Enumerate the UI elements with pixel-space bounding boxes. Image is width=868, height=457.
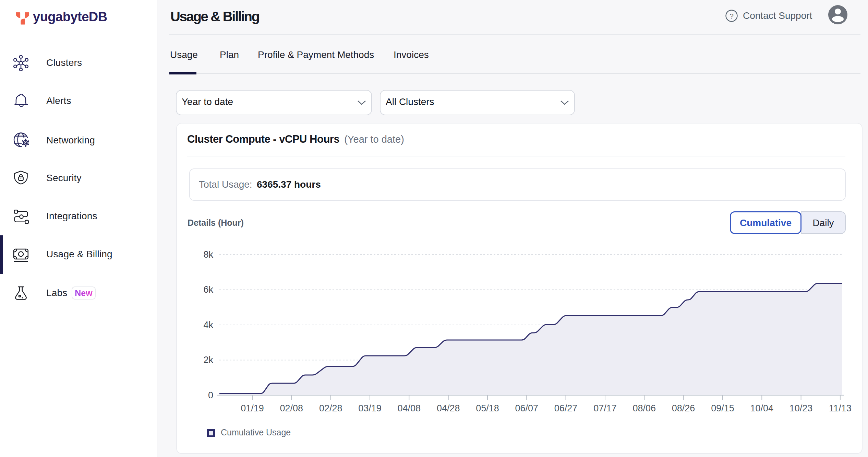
svg-text:07/17: 07/17	[593, 403, 617, 413]
svg-text:11/13: 11/13	[829, 403, 852, 413]
svg-text:01/19: 01/19	[241, 403, 264, 413]
svg-text:05/18: 05/18	[476, 403, 499, 413]
svg-text:yugabyteDB: yugabyteDB	[33, 10, 107, 24]
svg-text:6k: 6k	[203, 284, 213, 295]
svg-text:10/04: 10/04	[750, 403, 774, 413]
svg-text:2k: 2k	[203, 355, 213, 365]
svg-text:08/06: 08/06	[633, 403, 656, 413]
svg-text:03/19: 03/19	[358, 403, 382, 413]
svg-text:04/08: 04/08	[398, 403, 421, 413]
svg-text:10/23: 10/23	[789, 403, 813, 413]
svg-text:09/15: 09/15	[711, 403, 734, 413]
svg-text:06/07: 06/07	[515, 403, 539, 413]
svg-text:02/28: 02/28	[319, 403, 342, 413]
svg-text:8k: 8k	[203, 249, 213, 260]
svg-text:?: ?	[730, 12, 734, 20]
svg-text:0: 0	[208, 390, 213, 400]
svg-text:02/08: 02/08	[280, 403, 303, 413]
svg-text:06/27: 06/27	[554, 403, 578, 413]
svg-text:04/28: 04/28	[437, 403, 460, 413]
svg-text:08/26: 08/26	[672, 403, 695, 413]
svg-text:4k: 4k	[203, 320, 213, 330]
